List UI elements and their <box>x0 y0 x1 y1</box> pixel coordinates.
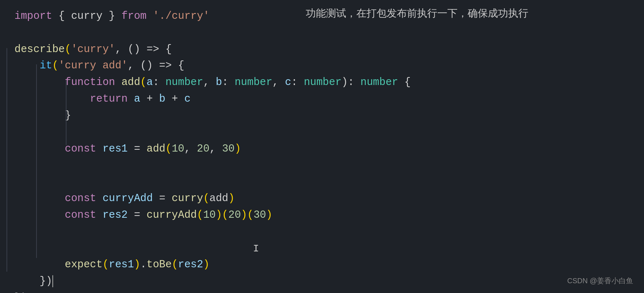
indent-guide-function <box>66 81 66 145</box>
code-block: import { curry } from './curry' describe… <box>0 0 425 293</box>
indent-guide-describe <box>7 48 7 272</box>
cursor-ibeam: I <box>253 243 259 254</box>
indent-guide-it <box>36 64 37 258</box>
watermark: CSDN @姜香小白鱼 <box>567 276 633 286</box>
